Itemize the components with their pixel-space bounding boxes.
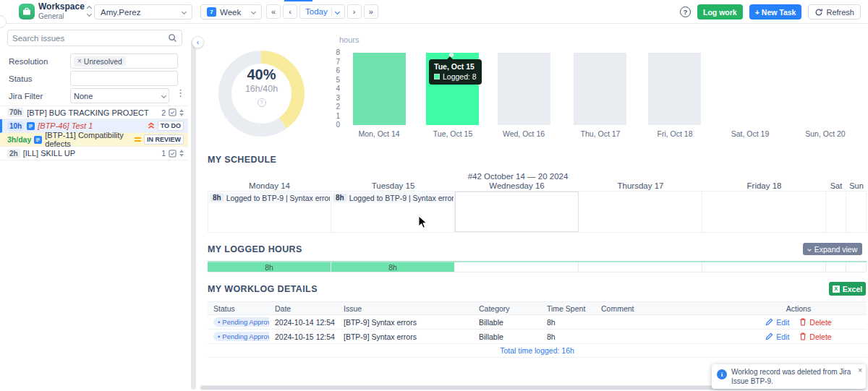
issue-label: [BTP-46] Test 1: [38, 121, 93, 130]
priority-medium-icon: [135, 137, 141, 142]
tooltip-date: Tue, Oct 15: [434, 62, 477, 71]
project-row-ill[interactable]: 2h [ILL] SKILL UP 1: [0, 147, 188, 160]
sidebar-collapse-button[interactable]: ‹: [192, 36, 204, 48]
day-header-wed: Wednesday 16: [455, 181, 579, 190]
time-estimate-chip: 70h: [7, 108, 24, 117]
day-header-mon: Monday 14: [208, 181, 331, 190]
checkbox-icon[interactable]: [169, 150, 176, 158]
sort-icon[interactable]: [179, 109, 184, 116]
schedule-cell-sat[interactable]: [826, 192, 846, 232]
edit-button[interactable]: Edit: [765, 318, 789, 327]
period-select-value: Week: [220, 8, 241, 17]
issue-label: [BTP-11] Compatibility defects: [45, 131, 132, 148]
close-icon[interactable]: ×: [858, 366, 862, 374]
help-icon[interactable]: ?: [680, 7, 691, 17]
schedule-cell-thu[interactable]: [579, 192, 702, 232]
resolution-input[interactable]: × Unresolved: [70, 53, 178, 69]
divider: [331, 7, 332, 16]
jira-filter: Jira Filter None: [9, 88, 169, 103]
project-label: [ILL] SKILL UP: [23, 149, 75, 158]
day-header-fri: Friday 18: [702, 181, 826, 190]
sort-icon[interactable]: [179, 150, 184, 157]
logged-cell-sat: [826, 262, 846, 272]
plus-icon: +: [755, 8, 760, 17]
donut-hours-ratio: 16h/40h: [218, 84, 305, 94]
refresh-icon: [814, 8, 823, 17]
day-header-thu: Thursday 17: [579, 181, 702, 190]
cell-date: 2024-10-15 12:54: [269, 332, 338, 341]
logged-cell-sun: [846, 262, 867, 272]
entry-hours: 8h: [333, 194, 346, 202]
logged-cell-wed: [455, 262, 579, 272]
first-week-button[interactable]: «: [266, 4, 281, 19]
next-week-button[interactable]: ›: [347, 4, 362, 19]
expand-view-button[interactable]: Expand view: [803, 243, 862, 255]
schedule-entry[interactable]: 8h Logged to BTP-9 | Syntax errors: [332, 192, 454, 203]
time-estimate-chip: 2h: [7, 149, 20, 158]
dot-icon: •: [218, 318, 220, 326]
today-button[interactable]: Today: [299, 4, 345, 19]
schedule-cell-sun[interactable]: [846, 192, 867, 232]
delete-button[interactable]: Delete: [799, 332, 831, 341]
last-week-button[interactable]: »: [364, 4, 378, 19]
toast-message: Worklog record was deleted from Jira Iss…: [731, 368, 856, 385]
issue-row-btp-11[interactable]: 3h/day [BTP-11] Compatibility defects IN…: [0, 133, 188, 147]
chevron-down-icon: [251, 9, 256, 14]
bar-fri-scheduled[interactable]: [648, 53, 701, 125]
logged-hours-heading: MY LOGGED HOURS: [208, 244, 302, 254]
jira-filter-select[interactable]: None: [70, 88, 169, 103]
new-task-label: New Task: [762, 8, 796, 17]
cell-issue: [BTP-9] Syntax errors: [338, 332, 473, 341]
prev-week-button[interactable]: ‹: [283, 4, 297, 19]
workspace-caret-icon[interactable]: [88, 7, 91, 16]
period-select[interactable]: 7 Week: [200, 4, 262, 20]
bar-thu-scheduled[interactable]: [574, 53, 626, 125]
logged-segment-tue: 8h: [331, 262, 455, 272]
status-input[interactable]: [70, 71, 178, 86]
schedule-entry[interactable]: 8h Logged to BTP-9 | Syntax errors: [209, 192, 330, 203]
timesheet-app: Workspace General Amy.Perez 7 Week « ‹ T…: [0, 0, 868, 391]
export-excel-button[interactable]: X Excel: [829, 282, 866, 296]
status-badge: •Pending Approval: [213, 332, 269, 341]
bar-mon-logged[interactable]: [353, 53, 406, 125]
table-header-row: Status Date Issue Category Time Spent Co…: [208, 301, 867, 315]
help-icon[interactable]: ?: [258, 98, 266, 107]
x-tick-sun: Sun, Oct 20: [793, 129, 858, 138]
donut-percentage: 40%: [218, 66, 305, 83]
table-row: •Pending Approval 2024-10-15 12:54 [BTP-…: [208, 330, 867, 344]
kebab-menu-icon[interactable]: ⋮: [176, 88, 185, 98]
schedule-cell-wed[interactable]: [455, 192, 579, 232]
workspace-switcher[interactable]: Workspace General: [38, 2, 85, 20]
refresh-label: Refresh: [826, 8, 854, 17]
new-task-button[interactable]: + New Task: [749, 4, 802, 20]
resolution-tag[interactable]: × Unresolved: [74, 56, 126, 66]
user-select-value: Amy.Perez: [101, 8, 140, 17]
issue-count: 2: [161, 108, 166, 117]
edit-button[interactable]: Edit: [765, 332, 789, 341]
chevron-down-icon: [182, 9, 187, 14]
vertical-scrollbar[interactable]: [191, 40, 196, 390]
schedule-cell-fri[interactable]: [702, 192, 826, 232]
cell-time-spent: 8h: [541, 332, 595, 341]
jira-filter-label: Jira Filter: [9, 92, 70, 100]
col-status: Status: [208, 304, 269, 313]
x-tick-thu: Thu, Oct 17: [568, 129, 633, 138]
cell-issue: [BTP-9] Syntax errors: [338, 318, 473, 327]
user-select[interactable]: Amy.Perez: [94, 4, 192, 20]
search-input[interactable]: [12, 34, 168, 43]
issue-type-icon: [34, 136, 42, 144]
schedule-cell-tue[interactable]: 8h Logged to BTP-9 | Syntax errors: [331, 192, 455, 232]
logged-segment-mon: 8h: [208, 262, 331, 272]
log-work-button[interactable]: Log work: [697, 4, 743, 20]
remove-tag-icon[interactable]: ×: [77, 57, 82, 65]
project-row-btp[interactable]: 70h [BTP] BUG TRACKING PROJECT 2: [0, 106, 188, 119]
bar-wed-scheduled[interactable]: [498, 53, 550, 125]
chevron-down-icon: [161, 93, 166, 98]
schedule-cell-mon[interactable]: 8h Logged to BTP-9 | Syntax errors: [208, 192, 331, 232]
x-tick-sat: Sat, Oct 19: [718, 129, 783, 138]
today-label: Today: [305, 7, 328, 16]
checkbox-icon[interactable]: [169, 108, 176, 116]
refresh-button[interactable]: Refresh: [808, 4, 861, 20]
tooltip-swatch-icon: [434, 74, 440, 80]
delete-button[interactable]: Delete: [799, 318, 831, 327]
